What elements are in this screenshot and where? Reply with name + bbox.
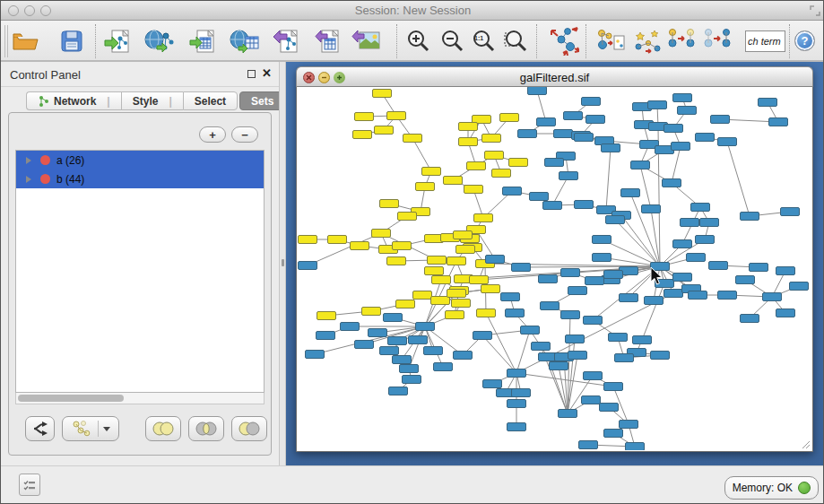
zoom-selected-icon[interactable] [499,25,531,57]
graph-node[interactable] [512,264,531,272]
search-input[interactable] [745,30,785,52]
graph-node[interactable] [550,362,568,370]
add-set-button[interactable]: + [199,126,226,143]
save-session-icon[interactable] [56,25,88,57]
graph-node[interactable] [486,256,505,264]
resize-grip-icon[interactable] [800,439,811,449]
graph-node[interactable] [431,297,450,305]
tab-network[interactable]: Network| [26,91,121,110]
graph-node[interactable] [351,242,369,250]
graph-node[interactable] [400,365,419,373]
export-network-icon[interactable] [270,25,302,57]
graph-node[interactable] [539,275,558,283]
expand-arrow-icon[interactable] [26,176,31,183]
graph-node[interactable] [681,219,699,227]
network-view-window[interactable]: galFiltered.sif [296,66,813,452]
graph-node[interactable] [606,216,625,224]
graph-node[interactable] [369,329,387,337]
graph-node[interactable] [584,317,603,325]
graph-node[interactable] [506,309,525,317]
graph-node[interactable] [776,309,795,317]
chevron-down-icon[interactable] [103,427,110,431]
network-graph[interactable] [297,87,812,450]
list-item-set-a[interactable]: a (26) [16,151,264,169]
graph-node[interactable] [456,246,475,254]
expand-arrow-icon[interactable] [26,157,31,164]
export-table-icon[interactable] [311,25,343,57]
help-icon[interactable]: ? [794,30,815,51]
graph-node[interactable] [416,183,435,191]
close-panel-icon[interactable]: ✕ [262,67,272,80]
graph-node[interactable] [447,257,466,265]
graph-node[interactable] [396,300,415,308]
tab-style[interactable]: Style| [121,91,183,110]
fullscreen-icon[interactable] [809,4,821,17]
new-network-view-icon[interactable] [632,25,664,57]
graph-node[interactable] [393,356,412,364]
graph-node[interactable] [620,294,638,302]
graph-node[interactable] [615,354,634,362]
copy-network-icon[interactable] [666,25,698,57]
graph-node[interactable] [575,201,594,209]
graph-node[interactable] [532,343,551,351]
graph-node[interactable] [403,135,422,143]
graph-node[interactable] [454,352,473,360]
network-window-titlebar[interactable]: galFiltered.sif [296,66,813,87]
graph-node[interactable] [579,441,598,449]
graph-node[interactable] [566,335,585,343]
graph-node[interactable] [585,277,604,285]
graph-node[interactable] [444,177,463,185]
graph-node[interactable] [673,274,692,282]
graph-node[interactable] [446,311,464,319]
graph-node[interactable] [299,262,317,270]
graph-node[interactable] [678,107,697,115]
import-network-web-icon[interactable] [143,25,176,57]
task-history-button[interactable] [19,474,40,496]
graph-node[interactable] [711,116,730,124]
graph-node[interactable] [559,410,577,418]
graph-node[interactable] [424,347,443,355]
graph-node[interactable] [425,267,444,275]
graph-node[interactable] [696,236,715,244]
graph-node[interactable] [604,430,623,438]
graph-node[interactable] [481,285,500,293]
graph-node[interactable] [503,187,522,196]
graph-node[interactable] [664,125,683,133]
graph-node[interactable] [781,208,800,216]
graph-node[interactable] [482,135,501,143]
tab-select[interactable]: Select [183,91,238,110]
graph-node[interactable] [507,400,526,408]
graph-node[interactable] [763,293,782,301]
graph-node[interactable] [604,271,623,279]
graph-node[interactable] [512,389,531,397]
graph-node[interactable] [447,290,466,298]
graph-node[interactable] [593,254,611,262]
graph-node[interactable] [568,352,587,360]
graph-node[interactable] [372,230,391,238]
import-network-file-icon[interactable] [101,25,134,57]
split-sets-button[interactable] [25,416,55,441]
graph-node[interactable] [299,236,317,244]
graph-node[interactable] [355,341,374,349]
memory-status-button[interactable]: Memory: OK [724,476,819,500]
graph-node[interactable] [485,152,504,160]
paste-network-icon[interactable] [702,25,734,57]
export-image-icon[interactable] [350,25,382,57]
graph-node[interactable] [384,314,403,322]
graph-node[interactable] [507,423,526,431]
graph-node[interactable] [696,134,715,142]
graph-node[interactable] [375,126,394,135]
graph-node[interactable] [389,387,408,395]
graph-node[interactable] [673,240,692,248]
import-table-file-icon[interactable] [186,25,219,57]
graph-node[interactable] [473,332,492,340]
window-titlebar[interactable]: Session: New Session [1,1,824,21]
graph-node[interactable] [413,291,432,300]
network-canvas[interactable] [296,87,813,452]
graph-node[interactable] [620,421,638,429]
graph-node[interactable] [673,94,692,102]
graph-node[interactable] [362,308,381,316]
remove-set-button[interactable]: − [231,126,258,143]
zoom-in-icon[interactable] [402,25,434,57]
graph-node[interactable] [561,269,580,277]
